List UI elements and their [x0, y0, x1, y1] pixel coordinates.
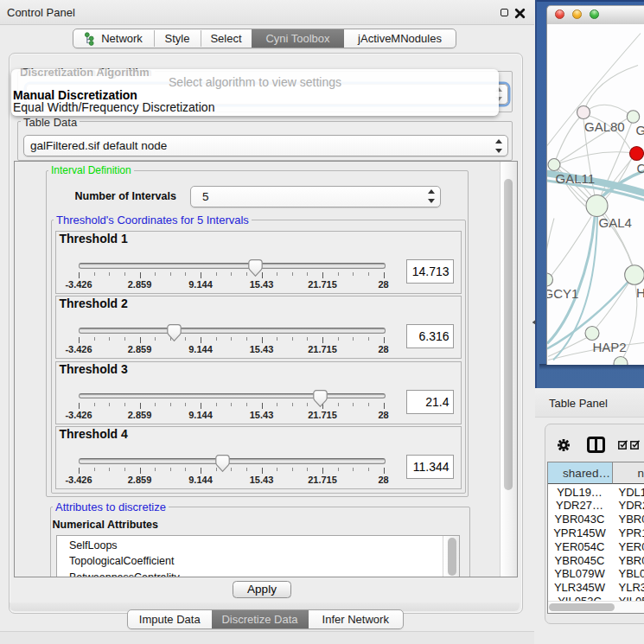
svg-text:GAL80: GAL80	[584, 118, 625, 133]
svg-text:GAL4: GAL4	[599, 215, 632, 230]
svg-text:C: C	[637, 160, 644, 175]
svg-text:GA: GA	[636, 122, 644, 137]
svg-text:GAL11: GAL11	[556, 171, 596, 186]
svg-text:H: H	[636, 284, 644, 299]
svg-text:GCY1: GCY1	[547, 286, 578, 301]
svg-text:HAP2: HAP2	[593, 340, 627, 354]
